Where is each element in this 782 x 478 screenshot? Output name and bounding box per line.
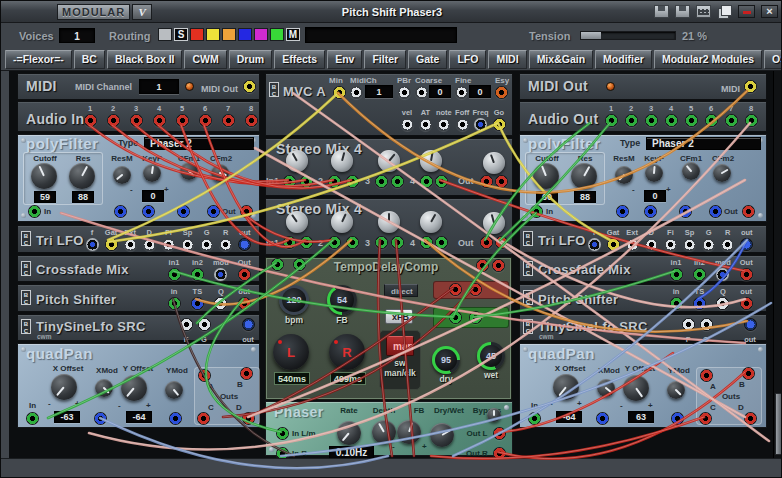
jack-3-port[interactable] xyxy=(130,114,143,127)
voices-field[interactable]: 1 xyxy=(59,28,95,43)
jack-in2-port[interactable] xyxy=(191,268,204,281)
phaser-in-l-jack[interactable] xyxy=(276,427,289,440)
jack-Gat-port[interactable] xyxy=(607,238,620,251)
x-offset-knob[interactable] xyxy=(51,374,77,400)
phaser-out-l-jack[interactable] xyxy=(493,427,506,440)
jack-3-port[interactable] xyxy=(645,114,658,127)
wet-knob[interactable]: 45 xyxy=(477,342,505,370)
y-offset-value[interactable]: -64 xyxy=(126,411,152,423)
jack-R-port[interactable] xyxy=(721,238,734,251)
mix-knob-1[interactable] xyxy=(286,150,308,172)
keyf-knob[interactable] xyxy=(143,164,161,182)
resm-mod-jack[interactable] xyxy=(616,205,629,218)
toolbar-button-osc[interactable]: OSC xyxy=(764,50,782,69)
send-r-jack[interactable] xyxy=(469,283,482,296)
delay-in-r-jack[interactable] xyxy=(293,258,306,271)
x-offset-value[interactable]: -63 xyxy=(54,411,80,423)
crossfade-left-module[interactable]: BC Crossfade Mix in1in2modOut xyxy=(17,255,260,282)
quadpan-in-jack[interactable] xyxy=(26,412,39,425)
mix-knob-2[interactable] xyxy=(331,211,353,233)
ymod-knob[interactable] xyxy=(165,381,183,399)
in2-l-jack[interactable] xyxy=(328,236,341,249)
minimize-icon[interactable] xyxy=(738,5,755,18)
jack-6-port[interactable] xyxy=(199,114,212,127)
jack-out-port[interactable] xyxy=(744,318,757,331)
routing-color-swatch[interactable] xyxy=(206,28,220,41)
bpm-knob[interactable]: 120 xyxy=(279,285,309,315)
mix-knob-3[interactable] xyxy=(378,150,400,172)
jack-G-port[interactable] xyxy=(200,238,213,251)
cfm1-mod-jack[interactable] xyxy=(177,205,190,218)
x-offset-knob[interactable] xyxy=(553,374,579,400)
tempo-delay-module[interactable]: TempoDelayComp 120 bpm 54 FB direct xFB … xyxy=(265,257,512,400)
toolbar-button--flexor-[interactable]: -=Flexor=- xyxy=(5,50,72,69)
quadpan-in-jack[interactable] xyxy=(528,412,541,425)
y-offset-knob[interactable] xyxy=(623,375,649,401)
res-knob[interactable] xyxy=(571,163,597,189)
coarse-value[interactable]: 0 xyxy=(429,85,451,98)
fine-value[interactable]: 0 xyxy=(469,85,491,98)
routing-color-swatch[interactable] xyxy=(270,28,284,41)
in3-r-jack[interactable] xyxy=(391,236,404,249)
jack-Ext-port[interactable] xyxy=(626,238,639,251)
jack-D-port[interactable] xyxy=(143,238,156,251)
phaser-fb-knob[interactable] xyxy=(397,420,421,444)
midi-out-jack[interactable] xyxy=(243,80,256,93)
jack-Fi-port[interactable] xyxy=(664,238,677,251)
jack-vel-port[interactable] xyxy=(401,118,414,131)
in1-r-jack[interactable] xyxy=(300,175,313,188)
jack-Foff-port[interactable] xyxy=(456,118,469,131)
toolbar-button-drum[interactable]: Drum xyxy=(229,50,272,69)
filter-out-jack[interactable] xyxy=(240,205,253,218)
jack-Q-port[interactable] xyxy=(716,297,729,310)
keyf-mod-jack[interactable] xyxy=(644,205,657,218)
in4-l-jack[interactable] xyxy=(420,175,433,188)
jack-6-port[interactable] xyxy=(705,114,718,127)
toolbar-button-filter[interactable]: Filter xyxy=(364,50,406,69)
y-offset-value[interactable]: 63 xyxy=(628,411,654,423)
jack-in-port[interactable] xyxy=(168,297,181,310)
xmod-knob[interactable] xyxy=(597,379,615,397)
delay-out-l-jack[interactable] xyxy=(476,259,489,272)
routing-color-swatch[interactable] xyxy=(190,28,204,41)
filter-type-dropdown[interactable]: Phaser 2 xyxy=(646,137,761,150)
keyf-value[interactable]: 0 xyxy=(142,190,164,202)
toolbar-button-mix-gain[interactable]: Mix&Gain xyxy=(529,50,593,69)
delay-r-time[interactable]: 499ms xyxy=(330,372,366,385)
grid-icon[interactable] xyxy=(696,5,711,18)
in3-r-jack[interactable] xyxy=(391,175,404,188)
esy-jack[interactable] xyxy=(495,86,508,99)
cfm1-mod-jack[interactable] xyxy=(679,205,692,218)
midi-out-module[interactable]: MIDI Out MIDI xyxy=(519,73,767,100)
jack-mod-port[interactable] xyxy=(214,268,227,281)
toolbar-button-midi[interactable]: MIDI xyxy=(488,50,526,69)
man-button[interactable]: man xyxy=(386,336,414,356)
jack-7-port[interactable] xyxy=(222,114,235,127)
cfm1-knob[interactable] xyxy=(180,162,198,180)
cfm2-knob[interactable] xyxy=(211,164,229,182)
mix-knob-out[interactable] xyxy=(483,212,505,234)
xmod-jack[interactable] xyxy=(94,412,107,425)
in2-r-jack[interactable] xyxy=(346,236,359,249)
mix-knob-4[interactable] xyxy=(420,150,442,172)
routing-color-swatch[interactable] xyxy=(222,28,236,41)
jack-Fi-port[interactable] xyxy=(162,238,175,251)
close-icon[interactable]: × xyxy=(761,5,778,18)
jack-Freq-port[interactable] xyxy=(474,118,487,131)
jack-D-port[interactable] xyxy=(645,238,658,251)
y-offset-knob[interactable] xyxy=(121,375,147,401)
resm-knob[interactable] xyxy=(615,166,633,184)
min-jack[interactable] xyxy=(333,86,346,99)
res-value[interactable]: 88 xyxy=(574,191,596,203)
res-knob[interactable] xyxy=(69,163,95,189)
jack-G-port[interactable] xyxy=(702,238,715,251)
cfm2-knob[interactable] xyxy=(713,164,731,182)
in1-l-jack[interactable] xyxy=(283,175,296,188)
routing-color-swatch[interactable] xyxy=(158,28,172,41)
pitch-shifter-right-module[interactable]: BC Pitch Shifter inTSQout xyxy=(519,284,767,312)
tension-slider[interactable] xyxy=(580,31,676,40)
routing-target-field[interactable] xyxy=(305,27,457,43)
polyfilter-left-module[interactable]: polyFilter Type Phaser 2 Cutoff Res 59 8… xyxy=(17,134,260,222)
jack-in2-port[interactable] xyxy=(693,268,706,281)
filter-type-dropdown[interactable]: Phaser 2 xyxy=(144,137,254,150)
